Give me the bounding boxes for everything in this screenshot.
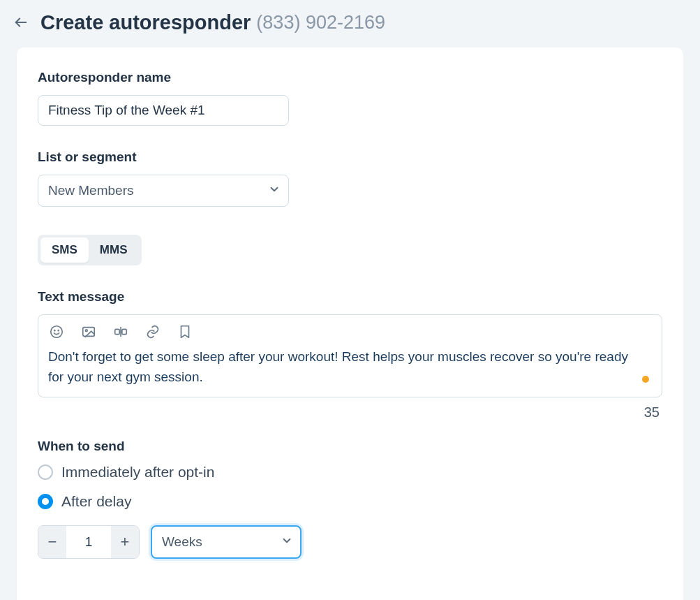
emoji-icon[interactable]: [48, 323, 65, 340]
image-icon[interactable]: [80, 323, 97, 340]
list-segment-label: List or segment: [38, 149, 662, 165]
svg-rect-4: [83, 328, 95, 337]
back-button[interactable]: [8, 10, 33, 35]
delay-unit-select[interactable]: [151, 525, 301, 559]
svg-rect-6: [115, 329, 119, 334]
form-card: Autoresponder name List or segment SMS M…: [17, 47, 683, 600]
radio-after-delay[interactable]: After delay: [38, 493, 662, 510]
page-subtitle-phone: (833) 902-2169: [256, 12, 385, 34]
radio-immediate-label: Immediately after opt-in: [61, 464, 214, 481]
svg-point-1: [51, 326, 63, 338]
when-to-send-label: When to send: [38, 439, 662, 454]
list-segment-select[interactable]: [38, 175, 289, 207]
radio-immediate[interactable]: Immediately after opt-in: [38, 464, 662, 481]
delay-value-input[interactable]: [66, 526, 111, 558]
autoresponder-name-label: Autoresponder name: [38, 70, 662, 85]
stepper-decrement[interactable]: −: [38, 526, 66, 558]
message-text[interactable]: Don't forget to get some sleep after you…: [48, 347, 652, 387]
link-icon[interactable]: [144, 323, 161, 340]
bookmark-icon[interactable]: [177, 323, 193, 340]
page-title: Create autoresponder: [40, 11, 251, 34]
status-dot: [642, 376, 649, 383]
message-editor[interactable]: Don't forget to get some sleep after you…: [38, 314, 662, 397]
autoresponder-name-input[interactable]: [38, 95, 289, 126]
svg-rect-7: [122, 329, 126, 334]
svg-point-2: [54, 330, 55, 331]
arrow-left-icon: [13, 15, 29, 30]
radio-delay-label: After delay: [61, 493, 131, 510]
svg-point-3: [58, 330, 59, 331]
stepper-increment[interactable]: +: [111, 526, 139, 558]
sms-toggle[interactable]: SMS: [40, 237, 89, 263]
insert-field-icon[interactable]: [112, 323, 129, 340]
svg-point-5: [85, 330, 87, 332]
text-message-label: Text message: [38, 289, 662, 305]
message-type-toggle: SMS MMS: [38, 235, 142, 265]
character-count: 35: [38, 404, 662, 420]
radio-circle-checked-icon: [38, 494, 53, 509]
mms-toggle[interactable]: MMS: [89, 237, 139, 263]
delay-stepper: − +: [38, 525, 140, 559]
radio-circle-icon: [38, 464, 53, 480]
